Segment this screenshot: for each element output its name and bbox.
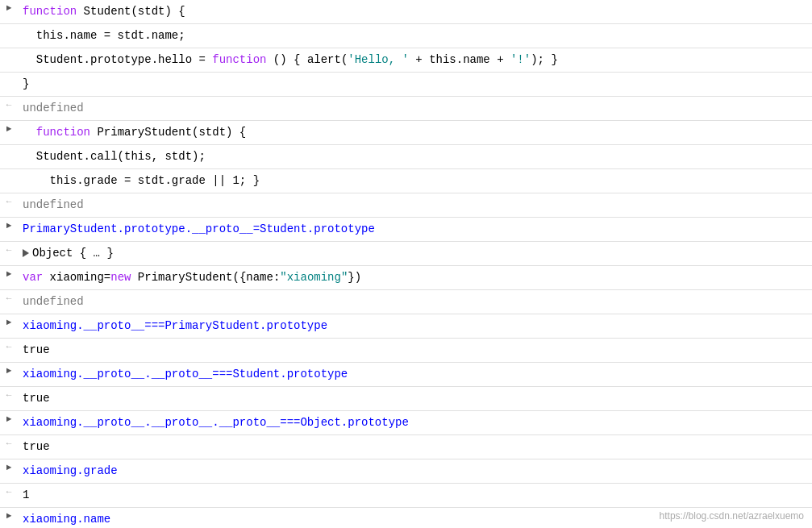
keyword-this: this: [429, 53, 456, 66]
line-content: Student.call(this, stdt);: [18, 145, 812, 168]
line-prefix-return: ←: [0, 290, 18, 306]
keyword-function: function: [212, 53, 266, 66]
keyword-new: new: [110, 271, 131, 284]
line-prefix-return: ←: [0, 435, 18, 451]
line-prefix-arrow: ►: [0, 218, 18, 234]
output-text: true: [23, 392, 50, 405]
console-line: this.name = stdt.name;: [0, 24, 812, 48]
output-text: 1: [23, 489, 29, 501]
console-line: ► var xiaoming=new PrimaryStudent({name:…: [0, 266, 812, 290]
line-prefix-none: [0, 169, 18, 176]
console-line: ← true: [0, 339, 812, 363]
return-arrow-icon: ←: [6, 487, 12, 497]
line-content: true: [18, 339, 812, 362]
console-line: ← 1: [0, 484, 812, 508]
line-content: xiaoming.__proto__===PrimaryStudent.prot…: [18, 314, 812, 338]
line-content: true: [18, 387, 812, 410]
code-text: this.grade = stdt.grade || 1; }: [23, 174, 260, 187]
line-prefix-arrow: ►: [0, 363, 18, 379]
arrow-icon: ►: [6, 511, 12, 521]
line-content: xiaoming.__proto__.__proto__===Student.p…: [18, 363, 812, 386]
line-prefix-none: [0, 145, 18, 152]
code-text: PrimaryStudent.prototype.__proto__=Stude…: [23, 222, 375, 235]
line-content: true: [18, 435, 812, 459]
console-line: ← undefined: [0, 290, 812, 314]
line-prefix-return: ←: [0, 97, 18, 113]
console-line: ► xiaoming.__proto__.__proto__===Student…: [0, 363, 812, 387]
code-text: .name +: [456, 53, 510, 66]
output-text: undefined: [23, 198, 84, 211]
code-text: }): [348, 271, 361, 284]
line-content: }: [18, 73, 812, 96]
arrow-icon: ►: [6, 3, 12, 13]
code-text: xiaoming.__proto__.__proto__.__proto__==…: [23, 416, 409, 429]
console-line: }: [0, 73, 812, 97]
return-arrow-icon: ←: [6, 100, 12, 110]
code-text: }: [23, 77, 29, 90]
line-content: function PrimaryStudent(stdt) {: [18, 121, 812, 144]
expand-triangle-icon[interactable]: [23, 249, 29, 257]
console-line: ← true: [0, 387, 812, 411]
code-text: Student.call(this, stdt);: [23, 150, 206, 163]
line-content: xiaoming.__proto__.__proto__.__proto__==…: [18, 411, 812, 434]
line-prefix-arrow: ►: [0, 121, 18, 137]
console-line: Student.prototype.hello = function () { …: [0, 48, 812, 73]
return-arrow-icon: ←: [6, 293, 12, 303]
code-text: xiaoming=: [43, 271, 110, 284]
arrow-icon: ►: [6, 221, 12, 231]
console-line: ← Object { … }: [0, 242, 812, 266]
code-text: this.name = stdt.name;: [23, 29, 185, 42]
line-prefix-arrow: ►: [0, 266, 18, 282]
line-prefix-return: ←: [0, 242, 18, 258]
return-arrow-icon: ←: [6, 245, 12, 255]
console-line: ← true: [0, 435, 812, 459]
object-output: Object { … }: [32, 247, 114, 260]
string-literal: '!': [510, 53, 531, 66]
code-text: [23, 126, 36, 139]
line-content: Student.prototype.hello = function () { …: [18, 48, 812, 72]
line-content: undefined: [18, 193, 812, 217]
code-text: PrimaryStudent(stdt) {: [90, 126, 246, 139]
return-arrow-icon: ←: [6, 197, 12, 206]
line-content: 1: [18, 484, 812, 507]
line-content: PrimaryStudent.prototype.__proto__=Stude…: [18, 218, 812, 241]
keyword-var: var: [23, 271, 43, 284]
console-line: this.grade = stdt.grade || 1; }: [0, 169, 812, 193]
return-arrow-icon: ←: [6, 390, 12, 400]
line-prefix-arrow: ►: [0, 508, 18, 524]
code-text: xiaoming.__proto__.__proto__===Student.p…: [23, 368, 348, 380]
code-text: Student(stdt) {: [77, 5, 185, 18]
watermark: https://blog.csdn.net/azraelxuemo: [660, 510, 804, 522]
console-line: ► PrimaryStudent.prototype.__proto__=Stu…: [0, 218, 812, 242]
output-text: true: [23, 343, 50, 356]
keyword-function: function: [36, 126, 90, 139]
code-text: () { alert(: [266, 53, 348, 66]
line-prefix-none: [0, 73, 18, 79]
output-text: undefined: [23, 102, 84, 114]
code-text: xiaoming.grade: [23, 464, 118, 477]
line-content: var xiaoming=new PrimaryStudent({name:"x…: [18, 266, 812, 289]
console-line: ► function PrimaryStudent(stdt) {: [0, 121, 812, 145]
return-arrow-icon: ←: [6, 439, 12, 448]
console-line: ► xiaoming.__proto__.__proto__.__proto__…: [0, 411, 812, 435]
code-text: +: [409, 53, 429, 66]
line-prefix-arrow: ►: [0, 0, 18, 16]
line-prefix-arrow: ►: [0, 411, 18, 427]
line-prefix-none: [0, 24, 18, 31]
line-prefix-return: ←: [0, 339, 18, 355]
line-content: function Student(stdt) {: [18, 0, 812, 23]
line-prefix-arrow: ►: [0, 459, 18, 476]
line-content: undefined: [18, 290, 812, 314]
console-line: ← undefined: [0, 193, 812, 218]
keyword-function: function: [23, 5, 77, 18]
code-text: Student.prototype.hello =: [23, 53, 212, 66]
arrow-icon: ►: [6, 269, 12, 279]
line-prefix-arrow: ►: [0, 314, 18, 331]
line-prefix-return: ←: [0, 484, 18, 500]
console-line: ► xiaoming.grade: [0, 459, 812, 484]
code-text: xiaoming.__proto__===PrimaryStudent.prot…: [23, 319, 327, 332]
console-line: ← undefined: [0, 97, 812, 121]
string-literal: 'Hello, ': [348, 53, 409, 66]
return-arrow-icon: ←: [6, 342, 12, 351]
code-text: xiaoming.name: [23, 513, 110, 526]
